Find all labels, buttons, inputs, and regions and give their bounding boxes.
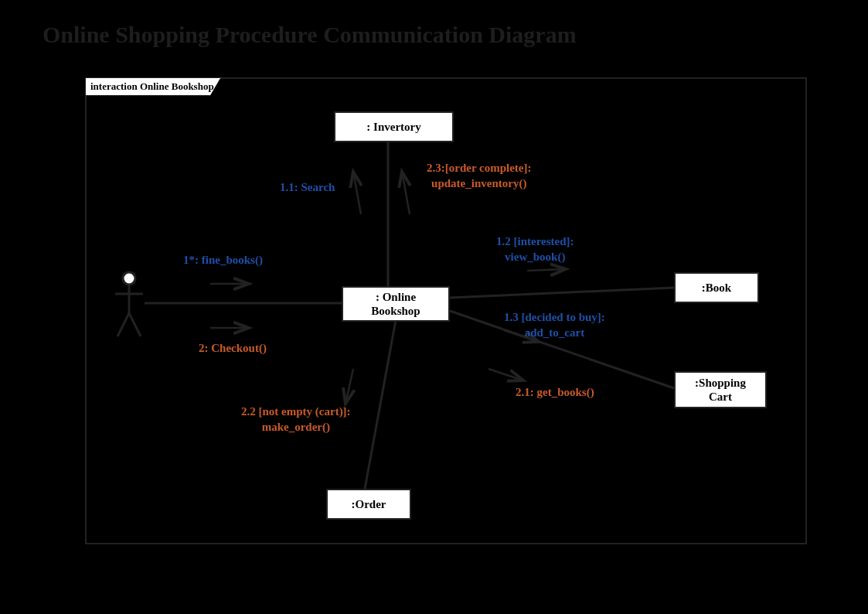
msg-2-1-get-books: 2.1: get_books() — [516, 384, 594, 400]
node-order: :Order — [326, 489, 411, 520]
node-online-bookshop: : Online Bookshop — [342, 286, 450, 322]
node-shopping-cart: :Shopping Cart — [674, 371, 767, 408]
msg-1-1-search: 1.1: Search — [280, 179, 335, 195]
svg-line-4 — [129, 313, 141, 336]
svg-line-7 — [450, 288, 674, 298]
node-inventory: : Invertory — [334, 111, 454, 142]
svg-line-9 — [365, 320, 396, 489]
frame-label: interaction Online Bookshop — [85, 77, 221, 96]
page-title: Online Shopping Procedure Communication … — [43, 22, 577, 48]
msg-2-checkout: 2: Checkout() — [199, 340, 267, 356]
svg-point-0 — [123, 272, 135, 285]
msg-1-3-add-to-cart: 1.3 [decided to buy]: add_to_cart — [504, 309, 605, 341]
svg-line-17 — [345, 369, 353, 404]
svg-line-13 — [402, 172, 410, 214]
svg-line-3 — [117, 313, 129, 336]
msg-1-fine-books: 1*: fine_books() — [183, 252, 263, 268]
node-book: :Book — [674, 272, 759, 303]
svg-line-14 — [527, 269, 566, 271]
msg-2-2-make-order: 2.2 [not empty (cart)]: make_order() — [241, 404, 351, 435]
svg-line-16 — [488, 369, 523, 380]
diagram-frame: interaction Online Bookshop — [85, 77, 807, 544]
msg-2-3-update-inventory: 2.3:[order complete]: update_inventory() — [427, 160, 532, 192]
msg-1-2-view-book: 1.2 [interested]: view_book() — [496, 234, 574, 265]
svg-line-12 — [353, 172, 361, 214]
actor-icon — [114, 271, 145, 340]
